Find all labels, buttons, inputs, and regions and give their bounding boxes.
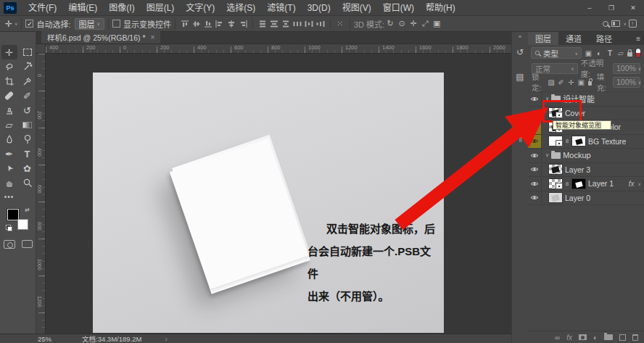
- align-bottom-icon[interactable]: [202, 18, 214, 30]
- filter-type-dropdown[interactable]: 类型 ∨: [531, 47, 582, 59]
- menu-view[interactable]: 视图(V): [337, 0, 377, 16]
- photoshop-logo-icon[interactable]: Ps: [4, 2, 17, 14]
- new-layer-icon[interactable]: [619, 334, 626, 341]
- distribute-vertical-center-icon[interactable]: [268, 18, 280, 30]
- screen-mode-icon[interactable]: [22, 240, 33, 248]
- orbit-3d-icon[interactable]: ↻: [384, 17, 396, 30]
- distribute-horizontal-center-icon[interactable]: [303, 18, 315, 30]
- filter-adjustment-icon[interactable]: ◐: [595, 49, 603, 57]
- layer-row-layer3[interactable]: Layer 3: [528, 163, 644, 178]
- lock-pixels-icon[interactable]: ✐: [558, 78, 564, 86]
- distribute-left-icon[interactable]: [292, 18, 303, 30]
- filter-toggle-icon[interactable]: [635, 48, 641, 58]
- lasso-tool[interactable]: [1, 59, 17, 74]
- layer-thumbnail[interactable]: [548, 164, 563, 175]
- menu-file[interactable]: 文件(F): [22, 0, 62, 16]
- edit-toolbar-icon[interactable]: •••: [4, 193, 15, 201]
- layer-name[interactable]: Mockup: [563, 151, 591, 160]
- visibility-toggle[interactable]: [528, 120, 542, 134]
- clone-stamp-tool[interactable]: [1, 103, 17, 117]
- minimize-button[interactable]: –: [579, 0, 600, 16]
- menu-select[interactable]: 选择(S): [220, 0, 261, 16]
- tool-preset-arrow-icon[interactable]: ∨: [15, 21, 17, 26]
- eraser-tool[interactable]: ▱: [1, 117, 17, 132]
- layer-row-group-mockup[interactable]: ∨ Mockup: [528, 149, 644, 163]
- filter-pixel-icon[interactable]: ▣: [585, 49, 593, 57]
- brush-tool[interactable]: ✐: [20, 88, 36, 103]
- dodge-tool[interactable]: [20, 132, 36, 146]
- default-colors-icon[interactable]: [6, 225, 12, 231]
- filter-smart-icon[interactable]: [627, 52, 632, 57]
- pan-3d-icon[interactable]: ✛: [408, 17, 419, 30]
- horizontal-ruler[interactable]: 400 200 0 200 400 600 800 1000 1200 1400…: [46, 44, 511, 54]
- paragraph-panel-icon[interactable]: ¶: [513, 131, 527, 144]
- menu-type[interactable]: 文字(Y): [180, 0, 220, 16]
- crop-tool[interactable]: [1, 74, 17, 88]
- close-button[interactable]: ✕: [622, 0, 644, 16]
- share-icon[interactable]: ↑: [627, 17, 638, 30]
- restore-button[interactable]: ❐: [600, 0, 622, 16]
- move-tool[interactable]: ✛: [1, 45, 17, 59]
- lock-all-icon[interactable]: [588, 81, 592, 86]
- spot-healing-tool[interactable]: [1, 88, 17, 103]
- menu-window[interactable]: 窗口(W): [377, 0, 420, 16]
- align-top-icon[interactable]: [179, 18, 191, 30]
- lock-transparent-icon[interactable]: ▨: [548, 78, 554, 86]
- menu-edit[interactable]: 编辑(E): [62, 0, 103, 16]
- gradient-tool[interactable]: [20, 117, 36, 132]
- tab-close-icon[interactable]: ×: [151, 33, 155, 41]
- align-vertical-center-icon[interactable]: [191, 18, 202, 30]
- type-tool[interactable]: T: [20, 146, 36, 161]
- layer-name[interactable]: Layer 1: [588, 179, 614, 188]
- auto-select-checkbox[interactable]: ✓: [25, 20, 33, 28]
- move-tool-icon[interactable]: ✛: [5, 19, 12, 29]
- panel-menu-icon[interactable]: ≡: [632, 32, 644, 45]
- menu-3d[interactable]: 3D(D): [302, 0, 337, 16]
- visibility-toggle[interactable]: [528, 107, 542, 120]
- mask-link-icon[interactable]: 8: [565, 181, 569, 187]
- link-layers-icon[interactable]: ∞: [555, 334, 560, 342]
- roll-3d-icon[interactable]: ⊙: [396, 17, 408, 30]
- visibility-toggle[interactable]: [528, 92, 542, 106]
- quick-mask-icon[interactable]: [4, 240, 15, 249]
- auto-select-target-dropdown[interactable]: 图层∨: [75, 18, 104, 30]
- custom-shape-tool[interactable]: ✿: [20, 161, 36, 175]
- show-transform-checkbox[interactable]: [112, 20, 120, 28]
- slide-3d-icon[interactable]: ⤢: [419, 17, 431, 30]
- eyedropper-tool[interactable]: [20, 74, 36, 88]
- visibility-toggle[interactable]: [528, 163, 542, 177]
- new-group-icon[interactable]: [604, 334, 613, 340]
- fill-field[interactable]: 100%∨: [613, 77, 640, 88]
- layer-row-layer0[interactable]: Layer 0: [528, 191, 644, 206]
- zoom-level-field[interactable]: 25%: [38, 335, 51, 343]
- opacity-field[interactable]: 100%∨: [613, 63, 640, 74]
- visibility-toggle[interactable]: [528, 149, 542, 162]
- add-layer-mask-icon[interactable]: [579, 334, 587, 340]
- background-color-swatch[interactable]: [17, 219, 28, 230]
- layer-effects-badge[interactable]: fx∨: [629, 180, 644, 188]
- smart-object-thumbnail[interactable]: [548, 178, 563, 189]
- reference-point-grid-icon[interactable]: ⁙: [334, 17, 346, 30]
- tab-channels[interactable]: 通道: [558, 32, 589, 45]
- delete-layer-icon[interactable]: [632, 334, 638, 341]
- visibility-toggle[interactable]: [528, 135, 542, 149]
- layer-mask-thumbnail[interactable]: [571, 178, 586, 189]
- lock-position-icon[interactable]: ✛: [568, 78, 574, 86]
- layer-name[interactable]: Layer 0: [565, 194, 590, 202]
- swap-colors-icon[interactable]: ⇄: [25, 207, 30, 213]
- smart-object-thumbnail[interactable]: [548, 136, 563, 146]
- character-panel-icon[interactable]: A|: [513, 115, 527, 128]
- document-tab[interactable]: 样机6.psd @ 25%(RGB/16) * ×: [41, 31, 160, 44]
- filter-type-icon[interactable]: T: [606, 49, 614, 57]
- layer-mask-thumbnail[interactable]: [571, 136, 586, 146]
- adjustment-layer-icon[interactable]: ◐: [593, 334, 598, 342]
- collapse-chevron-icon[interactable]: ∨: [545, 152, 549, 158]
- layer-row-bg-texture[interactable]: 8 BG Texture: [528, 135, 644, 149]
- menu-layer[interactable]: 图层(L): [141, 0, 181, 16]
- properties-panel-icon[interactable]: ▤: [513, 70, 527, 83]
- layer-thumbnail[interactable]: [548, 192, 563, 203]
- distribute-top-icon[interactable]: [257, 18, 268, 30]
- magic-wand-tool[interactable]: [20, 59, 36, 74]
- zoom-tool[interactable]: [20, 175, 36, 190]
- expand-panels-icon[interactable]: «: [519, 33, 521, 40]
